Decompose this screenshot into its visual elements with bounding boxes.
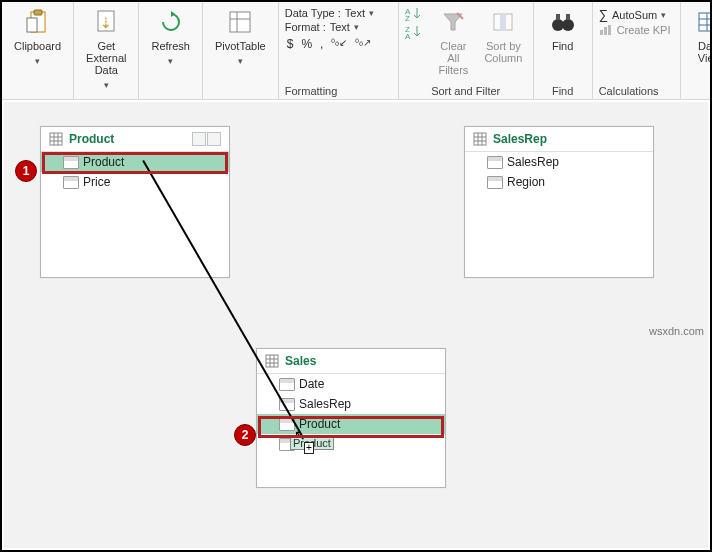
kpi-label: Create KPI: [617, 24, 671, 36]
chevron-down-icon: ▾: [168, 56, 173, 66]
sort-column-icon: [489, 8, 517, 36]
field-product[interactable]: Product: [41, 152, 229, 172]
create-kpi-button[interactable]: Create KPI: [599, 23, 674, 37]
chevron-down-icon: ▾: [104, 80, 109, 90]
svg-rect-21: [600, 30, 603, 35]
datatype-value: Text: [345, 7, 365, 19]
svg-rect-2: [27, 18, 37, 32]
svg-rect-24: [699, 13, 712, 31]
table-header-buttons: [192, 132, 221, 146]
group-find: Find Find: [534, 2, 593, 99]
increase-decimal-button[interactable]: ⁰₀↗: [355, 37, 371, 51]
svg-rect-39: [266, 355, 278, 367]
sort-column-label: Sort by Column: [484, 40, 522, 64]
data-view-button[interactable]: Data View: [687, 6, 712, 66]
group-dataview: Data View: [681, 2, 712, 99]
pivottable-label: PivotTable: [215, 40, 266, 52]
pivottable-icon: [226, 8, 254, 36]
currency-button[interactable]: $: [287, 37, 294, 51]
autosum-button[interactable]: ∑AutoSum▾: [599, 6, 674, 23]
field-unit[interactable]: Unit: [257, 434, 445, 454]
pivottable-button[interactable]: PivotTable ▾: [209, 6, 272, 68]
field-product2[interactable]: Product: [257, 414, 445, 434]
ribbon: Clipboard ▾ ⇣ Get External Data ▾ Refres…: [2, 2, 710, 100]
svg-rect-22: [604, 27, 607, 35]
decrease-decimal-button[interactable]: ⁰₀↙: [331, 37, 347, 51]
clear-filters-button[interactable]: Clear All Filters: [429, 6, 478, 78]
datatype-row[interactable]: Data Type : Text ▾: [285, 6, 392, 20]
chevron-down-icon: ▾: [238, 56, 243, 66]
cursor-arrow-icon: ↖: [294, 427, 306, 443]
chevron-down-icon: ▾: [354, 22, 359, 32]
svg-text:A: A: [405, 32, 411, 40]
binoculars-icon: [549, 8, 577, 36]
refresh-label: Refresh: [151, 40, 190, 52]
watermark: wsxdn.com: [649, 325, 704, 337]
group-formatting: Data Type : Text ▾ Format : Text ▾ $ % ,…: [279, 2, 399, 99]
sort-by-column-button[interactable]: Sort by Column: [480, 6, 527, 66]
field-label: Product: [83, 155, 124, 169]
diagram-canvas[interactable]: Product Product Price SalesRep SalesRep …: [4, 102, 708, 548]
table-name: Sales: [285, 354, 316, 368]
find-label: Find: [552, 40, 573, 52]
svg-text:Z: Z: [405, 14, 410, 22]
clipboard-label: Clipboard: [14, 40, 61, 52]
field-date[interactable]: Date: [257, 374, 445, 394]
table-header[interactable]: Sales: [257, 349, 445, 374]
field-label: SalesRep: [299, 397, 351, 411]
table-view-btn2[interactable]: [207, 132, 221, 146]
formatting-group-label: Formatting: [285, 81, 392, 97]
table-icon: [473, 132, 487, 146]
step-badge-2: 2: [234, 424, 256, 446]
find-group-label: Find: [552, 81, 573, 97]
datatype-label: Data Type :: [285, 7, 341, 19]
table-product[interactable]: Product Product Price: [40, 126, 230, 278]
table-sales[interactable]: Sales Date SalesRep Product Unit: [256, 348, 446, 488]
field-price[interactable]: Price: [41, 172, 229, 192]
group-calculations: ∑AutoSum▾ Create KPI Calculations: [593, 2, 681, 99]
kpi-icon: [599, 24, 613, 36]
refresh-button[interactable]: Refresh ▾: [145, 6, 196, 68]
percent-button[interactable]: %: [301, 37, 312, 51]
group-clipboard: Clipboard ▾: [2, 2, 74, 99]
svg-rect-29: [50, 133, 62, 145]
format-row[interactable]: Format : Text ▾: [285, 20, 392, 34]
get-external-data-button[interactable]: ⇣ Get External Data ▾: [80, 6, 132, 92]
clipboard-button[interactable]: Clipboard ▾: [8, 6, 67, 68]
table-icon: [265, 354, 279, 368]
find-button[interactable]: Find: [540, 6, 586, 54]
svg-rect-1: [34, 10, 42, 15]
data-view-label: Data View: [698, 40, 712, 64]
chevron-down-icon: ▾: [661, 10, 666, 20]
data-view-icon: [696, 8, 712, 36]
svg-point-18: [562, 19, 574, 31]
table-header[interactable]: SalesRep: [465, 127, 653, 152]
svg-marker-5: [171, 11, 175, 17]
sortfilter-group-label: Sort and Filter: [431, 81, 500, 97]
sort-asc-icon[interactable]: AZ: [405, 6, 423, 22]
table-header[interactable]: Product: [41, 127, 229, 152]
field-label: Region: [507, 175, 545, 189]
format-value: Text: [330, 21, 350, 33]
external-data-icon: ⇣: [92, 8, 120, 36]
svg-text:⇣: ⇣: [100, 15, 112, 31]
comma-button[interactable]: ,: [320, 37, 323, 51]
clear-filters-label: Clear All Filters: [435, 40, 472, 76]
svg-rect-6: [230, 12, 250, 32]
field-region[interactable]: Region: [465, 172, 653, 192]
group-external-data: ⇣ Get External Data ▾: [74, 2, 139, 99]
table-view-btn1[interactable]: [192, 132, 206, 146]
step-badge-1: 1: [15, 160, 37, 182]
table-salesrep[interactable]: SalesRep SalesRep Region: [464, 126, 654, 278]
cursor-plus-icon: +: [304, 442, 314, 454]
field-salesrep[interactable]: SalesRep: [465, 152, 653, 172]
format-buttons: $ % , ⁰₀↙ ⁰₀↗: [285, 34, 392, 54]
sort-desc-icon[interactable]: ZA: [405, 24, 423, 40]
chevron-down-icon: ▾: [369, 8, 374, 18]
field-label: SalesRep: [507, 155, 559, 169]
group-sort-filter: AZ ZA Clear All Filters Sort by Column S…: [399, 2, 534, 99]
sigma-icon: ∑: [599, 7, 608, 22]
refresh-icon: [157, 8, 185, 36]
table-name: SalesRep: [493, 132, 547, 146]
autosum-label: AutoSum: [612, 9, 657, 21]
